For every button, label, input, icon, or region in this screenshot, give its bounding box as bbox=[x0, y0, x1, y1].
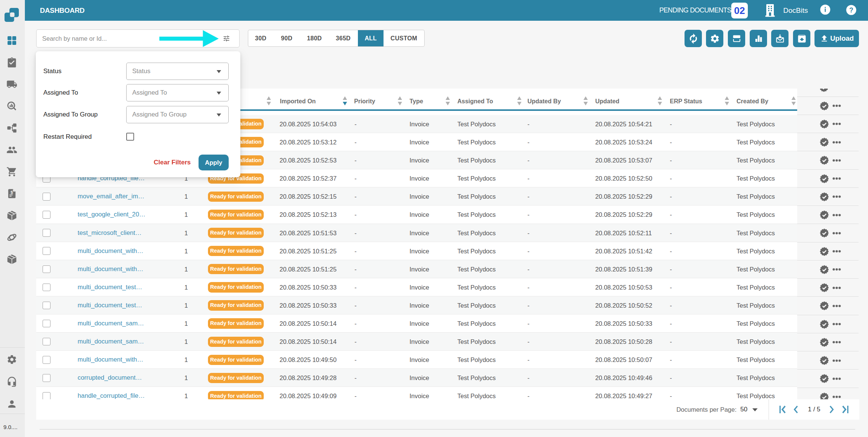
svg-text:$: $ bbox=[11, 190, 13, 194]
svg-text:?: ? bbox=[849, 6, 853, 14]
